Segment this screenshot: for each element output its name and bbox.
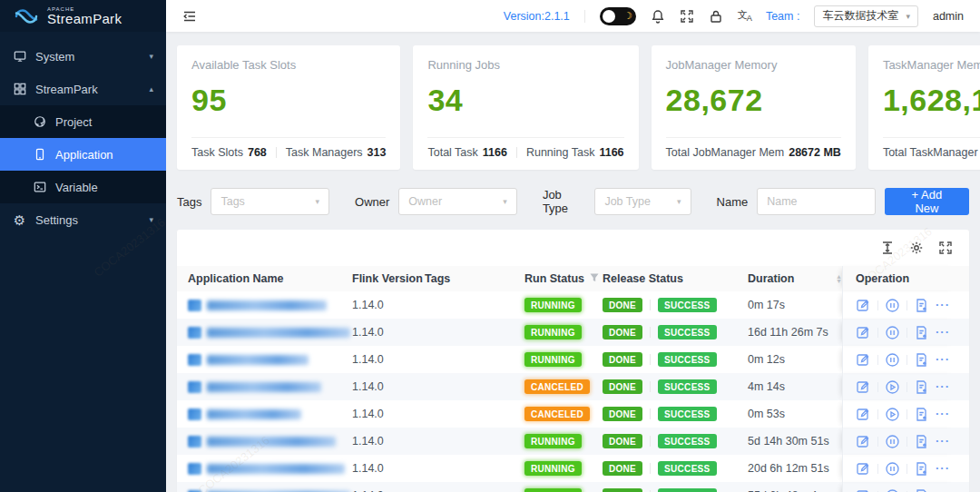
more-actions-icon[interactable]: ··· [936,328,950,337]
column-settings-gear-icon[interactable] [909,241,924,255]
table-row[interactable]: 1.14.0RUNNINGDONESUCCESS16d 11h 26m 7s··… [177,319,969,346]
add-new-button[interactable]: + Add New [885,188,969,215]
sidebar-item-label: Settings [35,213,78,227]
table-fullscreen-icon[interactable] [938,241,953,255]
team-select[interactable]: 车云数据技术室 ▾ [814,5,918,27]
duration-cell: 0m 53s [748,408,842,420]
sidebar-item-streampark[interactable]: StreamPark ▴ [0,73,166,105]
more-actions-icon[interactable]: ··· [936,464,950,473]
detail-doc-icon[interactable] [914,298,929,313]
sidebar-item-settings[interactable]: ⚙ Settings ▾ [0,203,166,236]
pause-icon[interactable] [885,461,900,477]
stat-card-0: Available Task Slots95Task Slots768Task … [177,45,400,170]
edit-icon[interactable] [856,434,871,449]
translate-icon[interactable]: 文A [738,8,751,23]
streampark-submenu: Project Application Variable [0,105,166,203]
filter-funnel-icon[interactable] [590,272,599,285]
table-row[interactable]: 1.14.0RUNNINGDONESUCCESS20d 6h 12m 51s··… [177,455,969,482]
detail-doc-icon[interactable] [914,461,929,477]
release-status-badge: DONE [603,379,642,394]
chevron-down-icon: ▾ [495,197,507,206]
build-status-badge: SUCCESS [658,379,716,394]
edit-icon[interactable] [856,298,871,313]
sidebar-item-application[interactable]: Application [0,138,166,171]
logo-bar[interactable]: APACHE StreamPark [0,0,166,32]
fullscreen-icon[interactable] [680,9,694,24]
edit-icon[interactable] [856,352,871,368]
more-actions-icon[interactable]: ··· [936,355,950,364]
build-status-badge: SUCCESS [658,325,716,339]
col-run-status[interactable]: Run Status [524,272,603,285]
console-icon [33,181,46,194]
col-duration[interactable]: Duration ▲▼ [748,272,842,285]
edit-icon[interactable] [856,407,871,422]
pause-icon[interactable] [885,325,900,340]
name-input[interactable]: Name [757,188,876,215]
table-row[interactable]: 1.14.0RUNNINGDONESUCCESS55d 6h 48m 4s··· [177,482,969,492]
sidebar-item-project[interactable]: Project [0,105,166,138]
stat-footer-label: Total JobManager Mem28672 MB [666,146,841,159]
detail-doc-icon[interactable] [914,325,929,340]
more-actions-icon[interactable]: ··· [936,382,950,391]
table-row[interactable]: 1.14.0RUNNINGDONESUCCESS0m 12s··· [177,346,969,373]
sidebar-item-label: Application [55,148,113,162]
tags-label: Tags [177,195,201,209]
detail-doc-icon[interactable] [914,434,929,449]
table-row[interactable]: 1.14.0CANCELEDDONESUCCESS0m 53s··· [177,400,969,428]
tags-select[interactable]: Tags ▾ [211,188,329,215]
divider [650,463,651,474]
play-icon[interactable] [885,407,900,422]
detail-doc-icon[interactable] [914,352,929,368]
release-status-badge: DONE [603,298,642,312]
bell-icon[interactable] [651,9,665,24]
more-actions-icon[interactable]: ··· [936,437,950,446]
pause-icon[interactable] [885,352,900,368]
chevron-down-icon: ▾ [149,52,153,61]
lock-icon[interactable] [709,9,723,24]
monitor-icon [13,50,26,64]
edit-icon[interactable] [856,379,871,395]
chevron-down-icon: ▾ [906,12,910,21]
user-menu[interactable]: admin [933,10,964,23]
app-icon [188,408,201,420]
edit-icon[interactable] [856,461,871,477]
detail-doc-icon[interactable] [914,379,929,395]
stat-footer-value: 28672 MB [789,146,841,159]
table-row[interactable]: 1.14.0RUNNINGDONESUCCESS5d 14h 30m 51s··… [177,428,969,455]
more-actions-icon[interactable]: ··· [936,409,950,418]
play-icon[interactable] [885,379,900,395]
table-row[interactable]: 1.14.0RUNNINGDONESUCCESS0m 17s··· [177,291,969,319]
detail-doc-icon[interactable] [914,407,929,422]
stat-title: Running Jobs [427,58,623,72]
flink-version-cell: 1.14.0 [352,380,425,393]
sort-icon[interactable]: ▲▼ [836,274,842,283]
stat-card-3: TaskManager Memory1,628,115Total TaskMan… [868,45,980,170]
duration-cell: 0m 12s [748,353,842,366]
pause-icon[interactable] [885,298,900,313]
row-density-icon[interactable] [880,241,895,255]
menu-fold-icon[interactable] [182,9,197,24]
edit-icon[interactable] [856,488,871,492]
run-status-badge: RUNNING [524,488,582,492]
chevron-down-icon: ▾ [309,197,320,206]
sidebar-item-variable[interactable]: Variable [0,171,166,203]
pause-icon[interactable] [885,488,900,492]
detail-doc-icon[interactable] [914,488,929,492]
divider [877,464,878,474]
dark-mode-toggle[interactable]: ☽ [600,7,636,25]
team-label: Team : [766,10,800,23]
more-actions-icon[interactable]: ··· [936,300,950,310]
owner-select[interactable]: Owner ▾ [398,188,517,215]
divider [906,382,907,392]
table-toolbar [177,230,969,266]
pause-icon[interactable] [885,434,900,449]
divider [877,328,878,338]
edit-icon[interactable] [856,325,871,340]
table-row[interactable]: 1.14.0CANCELEDDONESUCCESS4m 14s··· [177,373,969,400]
filter-row: Tags Tags ▾ Owner Owner ▾ Job Type Job T… [177,188,969,215]
flink-version-cell: 1.14.0 [352,462,425,475]
sidebar-item-system[interactable]: System ▾ [0,40,166,73]
col-flink-version: Flink Version [352,272,425,285]
stat-title: Available Task Slots [191,58,386,72]
jobtype-select[interactable]: Job Type ▾ [594,188,691,215]
